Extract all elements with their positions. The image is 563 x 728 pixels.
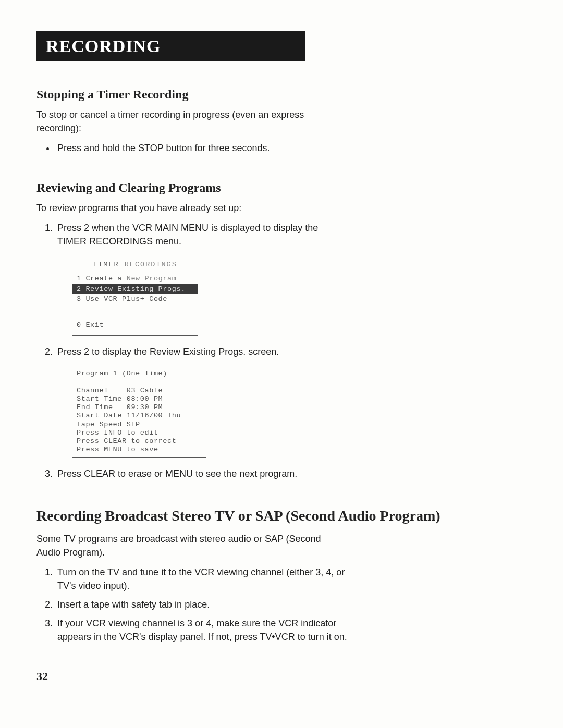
stopping-intro: To stop or cancel a timer recording in p… [36, 108, 328, 135]
chapter-title-bar: RECORDING [36, 31, 305, 61]
osd-spacer [72, 304, 198, 320]
reviewing-step-2: Press 2 to display the Review Existing P… [55, 345, 347, 458]
page-number: 32 [36, 670, 532, 683]
section-heading-stereo-sap: Recording Broadcast Stereo TV or SAP (Se… [36, 507, 532, 525]
osd-row-2-highlight: 2 Review Existing Progs. [72, 284, 198, 294]
stereo-steps: Turn on the TV and tune it to the VCR vi… [36, 565, 347, 644]
stereo-step-3: If your VCR viewing channel is 3 or 4, m… [55, 616, 347, 644]
osd-timer-recordings: TIMER RECORDINGS 1 Create a New Program … [72, 256, 198, 336]
osd-title-b: RECORDINGS [119, 261, 177, 268]
osd-row-3: 3 Use VCR Plus+ Code [72, 294, 198, 304]
stopping-bullets: Press and hold the STOP button for three… [36, 141, 347, 155]
section-heading-stopping: Stopping a Timer Recording [36, 88, 532, 102]
reviewing-step-1-text: Press 2 when the VCR MAIN MENU is displa… [57, 223, 318, 246]
section-heading-reviewing: Reviewing and Clearing Programs [36, 181, 532, 195]
osd-row-1: 1 Create a New Program [72, 274, 198, 284]
stereo-step-1: Turn on the TV and tune it to the VCR vi… [55, 565, 347, 593]
osd-program-1: Program 1 (One Time) Channel 03 Cable St… [72, 366, 206, 458]
reviewing-intro: To review programs that you have already… [36, 201, 328, 215]
stopping-bullet-1: Press and hold the STOP button for three… [55, 141, 347, 155]
reviewing-step-2-text: Press 2 to display the Review Existing P… [57, 347, 279, 357]
osd-title: TIMER RECORDINGS [72, 260, 198, 270]
reviewing-step-1: Press 2 when the VCR MAIN MENU is displa… [55, 221, 347, 336]
stereo-intro: Some TV programs are broadcast with ster… [36, 532, 328, 559]
osd-row-exit: 0 Exit [72, 320, 198, 330]
page: RECORDING Stopping a Timer Recording To … [0, 0, 563, 704]
reviewing-steps: Press 2 when the VCR MAIN MENU is displa… [36, 221, 347, 480]
osd-title-a: TIMER [93, 261, 119, 268]
reviewing-step-3-text: Press CLEAR to erase or MENU to see the … [57, 468, 297, 479]
osd-row-1a: 1 Create a [77, 275, 122, 282]
reviewing-step-3: Press CLEAR to erase or MENU to see the … [55, 467, 347, 480]
stereo-step-2: Insert a tape with safety tab in place. [55, 598, 347, 611]
osd-row-1b: New Program [122, 275, 176, 282]
